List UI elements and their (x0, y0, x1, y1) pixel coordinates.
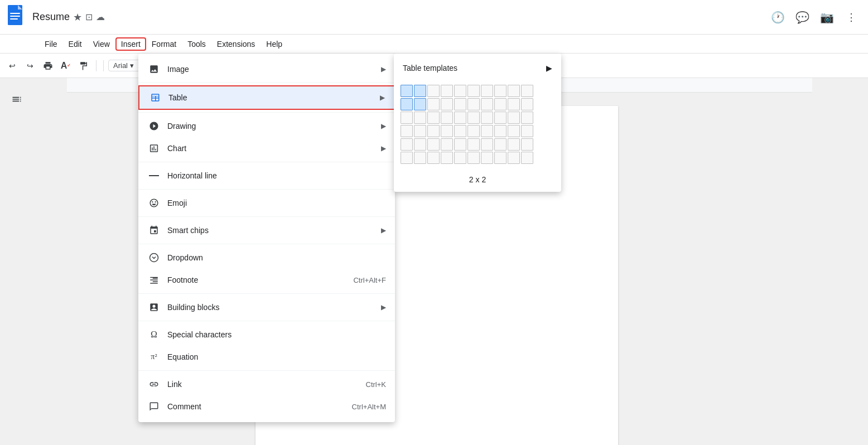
grid-cell[interactable] (427, 85, 440, 97)
outline-icon[interactable] (11, 94, 22, 108)
grid-cell[interactable] (494, 125, 507, 137)
grid-cell[interactable] (441, 138, 453, 151)
redo-button[interactable]: ↪ (22, 58, 38, 74)
grid-cell[interactable] (521, 112, 533, 124)
grid-cell[interactable] (481, 125, 493, 137)
menu-item-file[interactable]: File (39, 37, 63, 51)
more-button[interactable]: ⋮ (841, 7, 861, 27)
insert-table-item[interactable]: Table ▶ (138, 85, 395, 110)
grid-cell[interactable] (414, 138, 426, 151)
grid-cell[interactable] (427, 125, 440, 137)
grid-cell[interactable] (508, 85, 520, 97)
menu-item-insert[interactable]: Insert (115, 37, 146, 51)
grid-cell[interactable] (441, 98, 453, 110)
grid-cell[interactable] (401, 98, 413, 110)
insert-image-item[interactable]: Image ▶ (138, 58, 395, 80)
grid-cell[interactable] (494, 98, 507, 110)
grid-cell[interactable] (481, 98, 493, 110)
smart-chips-arrow: ▶ (381, 226, 386, 234)
drawing-arrow: ▶ (381, 122, 386, 130)
insert-hline-item[interactable]: Horizontal line (138, 165, 395, 187)
grid-cell[interactable] (454, 125, 466, 137)
grid-cell[interactable] (454, 152, 466, 164)
insert-special-chars-item[interactable]: Ω Special characters (138, 323, 395, 346)
grid-cell[interactable] (427, 138, 440, 151)
insert-link-item[interactable]: Link Ctrl+K (138, 373, 395, 395)
grid-cell[interactable] (494, 85, 507, 97)
grid-cell[interactable] (521, 138, 533, 151)
star-icon[interactable]: ★ (73, 11, 82, 23)
grid-cell[interactable] (441, 85, 453, 97)
grid-cell[interactable] (441, 125, 453, 137)
grid-cell[interactable] (401, 85, 413, 97)
insert-drawing-item[interactable]: Drawing ▶ (138, 115, 395, 137)
menu-item-view[interactable]: View (88, 37, 115, 51)
drive-icon[interactable]: ⊡ (85, 12, 93, 22)
grid-cell[interactable] (508, 138, 520, 151)
grid-cell[interactable] (454, 138, 466, 151)
insert-building-blocks-item[interactable]: Building blocks ▶ (138, 296, 395, 318)
grid-cell[interactable] (508, 112, 520, 124)
grid-cell[interactable] (401, 138, 413, 151)
grid-cell[interactable] (494, 112, 507, 124)
grid-cell[interactable] (481, 138, 493, 151)
grid-cell[interactable] (454, 98, 466, 110)
grid-cell[interactable] (414, 98, 426, 110)
grid-cell[interactable] (441, 112, 453, 124)
spell-check-button[interactable]: A✓ (58, 58, 74, 74)
grid-cell[interactable] (521, 98, 533, 110)
insert-chart-item[interactable]: Chart ▶ (138, 137, 395, 159)
menu-item-edit[interactable]: Edit (63, 37, 88, 51)
grid-cell[interactable] (441, 152, 453, 164)
grid-cell[interactable] (467, 85, 480, 97)
grid-cell[interactable] (494, 138, 507, 151)
grid-cell[interactable] (521, 125, 533, 137)
grid-cell[interactable] (467, 138, 480, 151)
grid-cell[interactable] (467, 125, 480, 137)
insert-smart-chips-item[interactable]: Smart chips ▶ (138, 219, 395, 241)
grid-cell[interactable] (481, 85, 493, 97)
insert-dropdown-item[interactable]: Dropdown (138, 246, 395, 269)
table-grid-picker[interactable] (394, 78, 561, 172)
grid-cell[interactable] (414, 152, 426, 164)
toolbar-separator-2 (103, 60, 104, 71)
grid-cell[interactable] (494, 152, 507, 164)
menu-item-extensions[interactable]: Extensions (211, 37, 261, 51)
insert-equation-item[interactable]: π² Equation (138, 346, 395, 368)
video-button[interactable]: 📷 (817, 7, 837, 27)
undo-button[interactable]: ↩ (4, 58, 20, 74)
paint-format-button[interactable] (76, 58, 91, 74)
menu-item-help[interactable]: Help (261, 37, 288, 51)
grid-cell[interactable] (454, 112, 466, 124)
grid-cell[interactable] (414, 125, 426, 137)
menu-item-tools[interactable]: Tools (182, 37, 211, 51)
grid-cell[interactable] (427, 98, 440, 110)
grid-cell[interactable] (427, 152, 440, 164)
grid-cell[interactable] (467, 152, 480, 164)
grid-cell[interactable] (427, 112, 440, 124)
grid-cell[interactable] (521, 85, 533, 97)
grid-cell[interactable] (467, 112, 480, 124)
table-templates-item[interactable]: Table templates ▶ (394, 58, 561, 78)
insert-emoji-item[interactable]: Emoji (138, 192, 395, 214)
grid-cell[interactable] (521, 152, 533, 164)
grid-cell[interactable] (481, 152, 493, 164)
grid-cell[interactable] (401, 125, 413, 137)
grid-cell[interactable] (401, 152, 413, 164)
insert-footnote-item[interactable]: Footnote Ctrl+Alt+F (138, 269, 395, 291)
grid-cell[interactable] (401, 112, 413, 124)
history-button[interactable]: 🕐 (768, 7, 788, 27)
print-button[interactable] (40, 58, 56, 74)
menu-item-format[interactable]: Format (146, 37, 182, 51)
grid-cell[interactable] (508, 98, 520, 110)
grid-cell[interactable] (508, 152, 520, 164)
insert-comment-item[interactable]: Comment Ctrl+Alt+M (138, 395, 395, 418)
grid-cell[interactable] (414, 112, 426, 124)
doc-title[interactable]: Resume (32, 11, 70, 23)
grid-cell[interactable] (508, 125, 520, 137)
grid-cell[interactable] (467, 98, 480, 110)
grid-cell[interactable] (454, 85, 466, 97)
grid-cell[interactable] (414, 85, 426, 97)
grid-cell[interactable] (481, 112, 493, 124)
comment-button[interactable]: 💬 (792, 7, 812, 27)
